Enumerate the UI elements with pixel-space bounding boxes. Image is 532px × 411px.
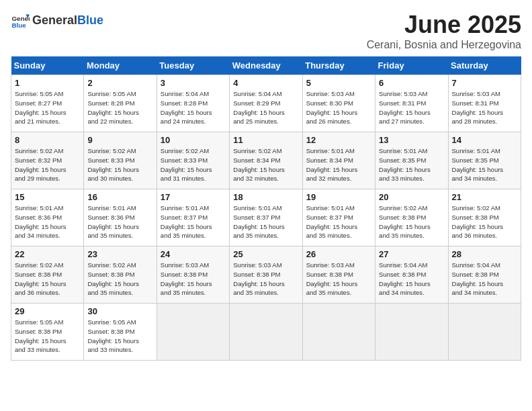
table-row: 5 Sunrise: 5:03 AM Sunset: 8:30 PM Dayli… [302,75,375,132]
col-monday: Monday [84,56,157,75]
table-row: 26 Sunrise: 5:03 AM Sunset: 8:38 PM Dayl… [302,246,375,304]
table-row: 9 Sunrise: 5:02 AM Sunset: 8:33 PM Dayli… [84,132,157,189]
col-saturday: Saturday [448,56,521,75]
day-number: 4 [233,78,298,88]
table-row [448,304,521,361]
calendar-row: 1 Sunrise: 5:05 AM Sunset: 8:27 PM Dayli… [11,75,521,132]
day-info: Sunrise: 5:01 AM Sunset: 8:37 PM Dayligh… [161,204,212,239]
location-title: Cerani, Bosnia and Herzegovina [367,39,521,51]
day-number: 12 [306,135,371,145]
header-row: Sunday Monday Tuesday Wednesday Thursday… [11,56,521,75]
table-row: 18 Sunrise: 5:01 AM Sunset: 8:37 PM Dayl… [230,189,302,246]
calendar-row: 22 Sunrise: 5:02 AM Sunset: 8:38 PM Dayl… [11,246,521,304]
day-info: Sunrise: 5:02 AM Sunset: 8:32 PM Dayligh… [15,147,66,182]
col-sunday: Sunday [11,56,84,75]
table-row: 21 Sunrise: 5:02 AM Sunset: 8:38 PM Dayl… [448,189,521,246]
table-row: 22 Sunrise: 5:02 AM Sunset: 8:38 PM Dayl… [11,246,84,304]
day-info: Sunrise: 5:02 AM Sunset: 8:38 PM Dayligh… [15,261,66,296]
day-info: Sunrise: 5:03 AM Sunset: 8:38 PM Dayligh… [306,261,358,296]
day-info: Sunrise: 5:05 AM Sunset: 8:28 PM Dayligh… [87,90,139,125]
day-info: Sunrise: 5:03 AM Sunset: 8:31 PM Dayligh… [379,90,431,125]
table-row: 25 Sunrise: 5:03 AM Sunset: 8:38 PM Dayl… [230,246,302,304]
table-row: 13 Sunrise: 5:01 AM Sunset: 8:35 PM Dayl… [375,132,448,189]
day-number: 23 [87,249,152,259]
calendar-row: 15 Sunrise: 5:01 AM Sunset: 8:36 PM Dayl… [11,189,521,246]
day-number: 11 [233,135,298,145]
table-row: 30 Sunrise: 5:05 AM Sunset: 8:38 PM Dayl… [84,304,157,361]
day-number: 20 [379,192,444,202]
day-info: Sunrise: 5:04 AM Sunset: 8:28 PM Dayligh… [161,90,212,125]
day-number: 27 [379,249,444,259]
svg-text:Blue: Blue [11,21,26,29]
day-number: 30 [87,306,152,316]
day-info: Sunrise: 5:05 AM Sunset: 8:38 PM Dayligh… [87,318,139,353]
day-info: Sunrise: 5:02 AM Sunset: 8:33 PM Dayligh… [161,147,212,182]
table-row [375,304,448,361]
day-info: Sunrise: 5:02 AM Sunset: 8:38 PM Dayligh… [379,204,431,239]
calendar-row: 29 Sunrise: 5:05 AM Sunset: 8:38 PM Dayl… [11,304,521,361]
header: General Blue GeneralBlue June 2025 Ceran… [11,11,521,51]
day-number: 14 [452,135,517,145]
logo-blue: Blue [77,13,103,28]
col-thursday: Thursday [302,56,375,75]
col-friday: Friday [375,56,448,75]
day-number: 3 [161,78,226,88]
table-row: 17 Sunrise: 5:01 AM Sunset: 8:37 PM Dayl… [157,189,229,246]
table-row [157,304,229,361]
month-title: June 2025 [367,11,521,39]
day-number: 29 [15,306,80,316]
day-number: 22 [15,249,80,259]
table-row: 6 Sunrise: 5:03 AM Sunset: 8:31 PM Dayli… [375,75,448,132]
day-info: Sunrise: 5:01 AM Sunset: 8:34 PM Dayligh… [306,147,358,182]
day-info: Sunrise: 5:03 AM Sunset: 8:38 PM Dayligh… [233,261,285,296]
day-info: Sunrise: 5:02 AM Sunset: 8:34 PM Dayligh… [233,147,285,182]
calendar-table: Sunday Monday Tuesday Wednesday Thursday… [11,56,521,361]
calendar-row: 8 Sunrise: 5:02 AM Sunset: 8:32 PM Dayli… [11,132,521,189]
table-row: 28 Sunrise: 5:04 AM Sunset: 8:38 PM Dayl… [448,246,521,304]
day-number: 28 [452,249,517,259]
table-row: 3 Sunrise: 5:04 AM Sunset: 8:28 PM Dayli… [157,75,229,132]
table-row: 4 Sunrise: 5:04 AM Sunset: 8:29 PM Dayli… [230,75,302,132]
day-number: 15 [15,192,80,202]
day-number: 9 [87,135,152,145]
table-row [302,304,375,361]
day-info: Sunrise: 5:03 AM Sunset: 8:31 PM Dayligh… [452,90,504,125]
day-number: 13 [379,135,444,145]
day-number: 18 [233,192,298,202]
calendar-body: 1 Sunrise: 5:05 AM Sunset: 8:27 PM Dayli… [11,75,521,361]
table-row: 8 Sunrise: 5:02 AM Sunset: 8:32 PM Dayli… [11,132,84,189]
logo-general: General [32,13,77,28]
day-number: 1 [15,78,80,88]
table-row: 24 Sunrise: 5:03 AM Sunset: 8:38 PM Dayl… [157,246,229,304]
day-number: 7 [452,78,517,88]
day-info: Sunrise: 5:04 AM Sunset: 8:29 PM Dayligh… [233,90,285,125]
table-row: 2 Sunrise: 5:05 AM Sunset: 8:28 PM Dayli… [84,75,157,132]
table-row: 14 Sunrise: 5:01 AM Sunset: 8:35 PM Dayl… [448,132,521,189]
table-row: 10 Sunrise: 5:02 AM Sunset: 8:33 PM Dayl… [157,132,229,189]
day-info: Sunrise: 5:01 AM Sunset: 8:35 PM Dayligh… [379,147,431,182]
table-row: 7 Sunrise: 5:03 AM Sunset: 8:31 PM Dayli… [448,75,521,132]
day-info: Sunrise: 5:01 AM Sunset: 8:35 PM Dayligh… [452,147,504,182]
table-row: 16 Sunrise: 5:01 AM Sunset: 8:36 PM Dayl… [84,189,157,246]
day-number: 24 [161,249,226,259]
table-row: 11 Sunrise: 5:02 AM Sunset: 8:34 PM Dayl… [230,132,302,189]
day-info: Sunrise: 5:01 AM Sunset: 8:37 PM Dayligh… [306,204,358,239]
day-number: 8 [15,135,80,145]
day-info: Sunrise: 5:05 AM Sunset: 8:38 PM Dayligh… [15,318,66,353]
table-row: 1 Sunrise: 5:05 AM Sunset: 8:27 PM Dayli… [11,75,84,132]
day-number: 10 [161,135,226,145]
table-row: 29 Sunrise: 5:05 AM Sunset: 8:38 PM Dayl… [11,304,84,361]
table-row: 23 Sunrise: 5:02 AM Sunset: 8:38 PM Dayl… [84,246,157,304]
table-row: 27 Sunrise: 5:04 AM Sunset: 8:38 PM Dayl… [375,246,448,304]
day-number: 5 [306,78,371,88]
day-number: 6 [379,78,444,88]
day-number: 21 [452,192,517,202]
day-info: Sunrise: 5:02 AM Sunset: 8:33 PM Dayligh… [87,147,139,182]
day-number: 2 [87,78,152,88]
day-info: Sunrise: 5:03 AM Sunset: 8:30 PM Dayligh… [306,90,358,125]
logo: General Blue GeneralBlue [11,11,103,30]
day-number: 17 [161,192,226,202]
day-info: Sunrise: 5:05 AM Sunset: 8:27 PM Dayligh… [15,90,66,125]
day-info: Sunrise: 5:04 AM Sunset: 8:38 PM Dayligh… [379,261,431,296]
day-info: Sunrise: 5:02 AM Sunset: 8:38 PM Dayligh… [452,204,504,239]
